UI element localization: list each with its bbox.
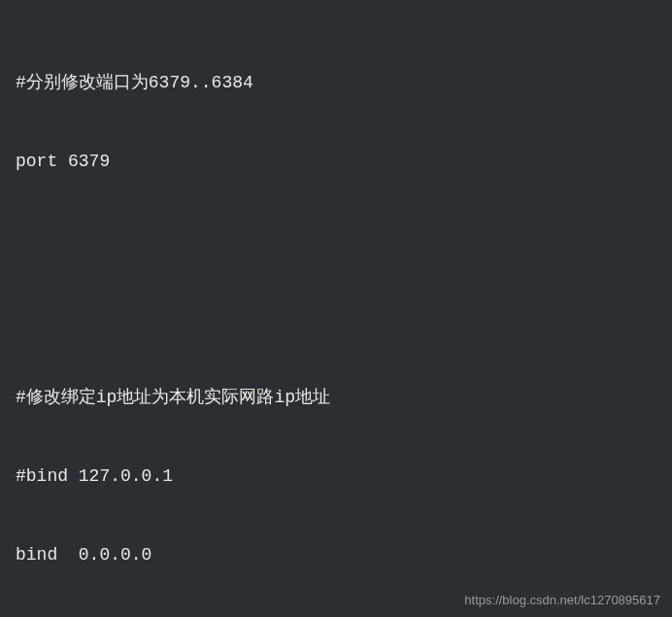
config-line: [16, 227, 656, 254]
config-line: #修改绑定ip地址为本机实际网路ip地址: [16, 385, 656, 411]
config-line: bind 0.0.0.0: [16, 542, 656, 568]
config-line: port 6379: [16, 149, 656, 175]
config-file-content[interactable]: #分别修改端口为6379..6384 port 6379 #修改绑定ip地址为本…: [16, 17, 656, 617]
config-line: #分别修改端口为6379..6384: [16, 70, 656, 96]
config-line: [16, 306, 656, 332]
watermark-text: https://blog.csdn.net/lc1270895617: [464, 591, 660, 610]
config-line: #bind 127.0.0.1: [16, 463, 656, 490]
